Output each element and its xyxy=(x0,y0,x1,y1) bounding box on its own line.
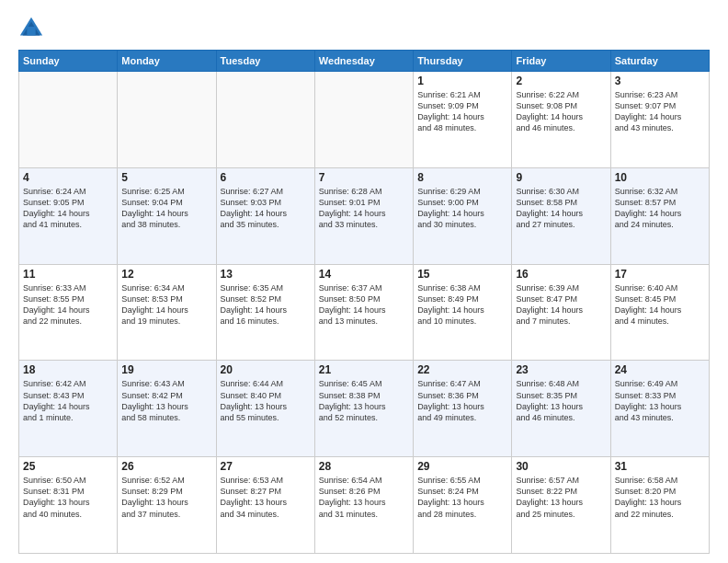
day-number: 13 xyxy=(221,268,311,281)
calendar-cell: 18Sunrise: 6:42 AM Sunset: 8:43 PM Dayli… xyxy=(19,361,118,457)
calendar-cell: 11Sunrise: 6:33 AM Sunset: 8:55 PM Dayli… xyxy=(19,264,118,361)
calendar-cell: 12Sunrise: 6:34 AM Sunset: 8:53 PM Dayli… xyxy=(118,264,216,361)
day-number: 14 xyxy=(319,268,409,281)
day-info: Sunrise: 6:44 AM Sunset: 8:40 PM Dayligh… xyxy=(221,378,311,423)
calendar-cell: 20Sunrise: 6:44 AM Sunset: 8:40 PM Dayli… xyxy=(216,361,314,457)
col-header-monday: Monday xyxy=(118,51,216,72)
col-header-saturday: Saturday xyxy=(610,51,709,72)
day-info: Sunrise: 6:22 AM Sunset: 9:08 PM Dayligh… xyxy=(516,89,606,134)
col-header-wednesday: Wednesday xyxy=(314,51,413,72)
calendar-cell: 8Sunrise: 6:29 AM Sunset: 9:00 PM Daylig… xyxy=(414,167,512,264)
day-info: Sunrise: 6:42 AM Sunset: 8:43 PM Dayligh… xyxy=(23,378,113,423)
calendar-cell: 15Sunrise: 6:38 AM Sunset: 8:49 PM Dayli… xyxy=(414,264,512,361)
col-header-tuesday: Tuesday xyxy=(216,51,314,72)
calendar-cell: 9Sunrise: 6:30 AM Sunset: 8:58 PM Daylig… xyxy=(512,167,610,264)
day-info: Sunrise: 6:55 AM Sunset: 8:24 PM Dayligh… xyxy=(417,475,507,520)
day-info: Sunrise: 6:53 AM Sunset: 8:27 PM Dayligh… xyxy=(221,475,311,520)
day-info: Sunrise: 6:34 AM Sunset: 8:53 PM Dayligh… xyxy=(121,282,211,327)
page: SundayMondayTuesdayWednesdayThursdayFrid… xyxy=(0,0,728,563)
calendar-cell: 25Sunrise: 6:50 AM Sunset: 8:31 PM Dayli… xyxy=(19,457,118,554)
day-info: Sunrise: 6:48 AM Sunset: 8:35 PM Dayligh… xyxy=(516,378,606,423)
calendar-cell: 30Sunrise: 6:57 AM Sunset: 8:22 PM Dayli… xyxy=(512,457,610,554)
day-info: Sunrise: 6:24 AM Sunset: 9:05 PM Dayligh… xyxy=(23,186,113,231)
day-number: 4 xyxy=(23,171,113,184)
calendar-cell: 27Sunrise: 6:53 AM Sunset: 8:27 PM Dayli… xyxy=(216,457,314,554)
day-number: 2 xyxy=(516,75,606,87)
day-number: 18 xyxy=(23,363,113,376)
day-info: Sunrise: 6:25 AM Sunset: 9:04 PM Dayligh… xyxy=(121,186,211,231)
day-info: Sunrise: 6:29 AM Sunset: 9:00 PM Dayligh… xyxy=(417,186,507,231)
day-number: 11 xyxy=(23,268,113,281)
logo xyxy=(18,15,48,40)
calendar-cell: 7Sunrise: 6:28 AM Sunset: 9:01 PM Daylig… xyxy=(314,167,413,264)
day-number: 19 xyxy=(121,363,211,376)
day-number: 26 xyxy=(121,460,211,473)
calendar-cell: 5Sunrise: 6:25 AM Sunset: 9:04 PM Daylig… xyxy=(118,167,216,264)
calendar-cell: 10Sunrise: 6:32 AM Sunset: 8:57 PM Dayli… xyxy=(610,167,709,264)
day-number: 7 xyxy=(319,171,409,184)
day-info: Sunrise: 6:32 AM Sunset: 8:57 PM Dayligh… xyxy=(615,186,705,231)
calendar-cell: 31Sunrise: 6:58 AM Sunset: 8:20 PM Dayli… xyxy=(610,457,709,554)
day-number: 8 xyxy=(417,171,507,184)
day-info: Sunrise: 6:47 AM Sunset: 8:36 PM Dayligh… xyxy=(417,378,507,423)
calendar-cell: 28Sunrise: 6:54 AM Sunset: 8:26 PM Dayli… xyxy=(314,457,413,554)
day-info: Sunrise: 6:58 AM Sunset: 8:20 PM Dayligh… xyxy=(615,475,705,520)
calendar-table: SundayMondayTuesdayWednesdayThursdayFrid… xyxy=(18,50,710,554)
day-number: 15 xyxy=(417,268,507,281)
day-info: Sunrise: 6:30 AM Sunset: 8:58 PM Dayligh… xyxy=(516,186,606,231)
col-header-sunday: Sunday xyxy=(19,51,118,72)
calendar-cell: 19Sunrise: 6:43 AM Sunset: 8:42 PM Dayli… xyxy=(118,361,216,457)
day-info: Sunrise: 6:35 AM Sunset: 8:52 PM Dayligh… xyxy=(221,282,311,327)
day-number: 21 xyxy=(319,363,409,376)
calendar-week-2: 11Sunrise: 6:33 AM Sunset: 8:55 PM Dayli… xyxy=(19,264,710,361)
day-number: 25 xyxy=(23,460,113,473)
day-info: Sunrise: 6:57 AM Sunset: 8:22 PM Dayligh… xyxy=(516,475,606,520)
day-info: Sunrise: 6:23 AM Sunset: 9:07 PM Dayligh… xyxy=(615,89,705,134)
calendar-cell: 26Sunrise: 6:52 AM Sunset: 8:29 PM Dayli… xyxy=(118,457,216,554)
day-info: Sunrise: 6:52 AM Sunset: 8:29 PM Dayligh… xyxy=(121,475,211,520)
day-number: 27 xyxy=(221,460,311,473)
day-number: 28 xyxy=(319,460,409,473)
col-header-thursday: Thursday xyxy=(414,51,512,72)
day-info: Sunrise: 6:28 AM Sunset: 9:01 PM Dayligh… xyxy=(319,186,409,231)
day-info: Sunrise: 6:37 AM Sunset: 8:50 PM Dayligh… xyxy=(319,282,409,327)
calendar-week-4: 25Sunrise: 6:50 AM Sunset: 8:31 PM Dayli… xyxy=(19,457,710,554)
day-number: 23 xyxy=(516,363,606,376)
calendar-cell: 22Sunrise: 6:47 AM Sunset: 8:36 PM Dayli… xyxy=(414,361,512,457)
calendar-cell: 1Sunrise: 6:21 AM Sunset: 9:09 PM Daylig… xyxy=(414,72,512,168)
day-number: 16 xyxy=(516,268,606,281)
calendar-cell: 13Sunrise: 6:35 AM Sunset: 8:52 PM Dayli… xyxy=(216,264,314,361)
calendar-week-1: 4Sunrise: 6:24 AM Sunset: 9:05 PM Daylig… xyxy=(19,167,710,264)
calendar-cell: 21Sunrise: 6:45 AM Sunset: 8:38 PM Dayli… xyxy=(314,361,413,457)
day-number: 3 xyxy=(615,75,705,87)
calendar-cell: 24Sunrise: 6:49 AM Sunset: 8:33 PM Dayli… xyxy=(610,361,709,457)
day-number: 12 xyxy=(121,268,211,281)
day-number: 5 xyxy=(121,171,211,184)
day-info: Sunrise: 6:49 AM Sunset: 8:33 PM Dayligh… xyxy=(615,378,705,423)
calendar-cell: 2Sunrise: 6:22 AM Sunset: 9:08 PM Daylig… xyxy=(512,72,610,168)
calendar-week-0: 1Sunrise: 6:21 AM Sunset: 9:09 PM Daylig… xyxy=(19,72,710,168)
calendar-cell: 4Sunrise: 6:24 AM Sunset: 9:05 PM Daylig… xyxy=(19,167,118,264)
day-info: Sunrise: 6:50 AM Sunset: 8:31 PM Dayligh… xyxy=(23,475,113,520)
calendar-header-row: SundayMondayTuesdayWednesdayThursdayFrid… xyxy=(19,51,710,72)
day-number: 22 xyxy=(417,363,507,376)
calendar-week-3: 18Sunrise: 6:42 AM Sunset: 8:43 PM Dayli… xyxy=(19,361,710,457)
calendar-cell: 16Sunrise: 6:39 AM Sunset: 8:47 PM Dayli… xyxy=(512,264,610,361)
day-number: 29 xyxy=(417,460,507,473)
day-number: 1 xyxy=(417,75,507,87)
calendar-cell xyxy=(314,72,413,168)
calendar-cell: 3Sunrise: 6:23 AM Sunset: 9:07 PM Daylig… xyxy=(610,72,709,168)
day-info: Sunrise: 6:33 AM Sunset: 8:55 PM Dayligh… xyxy=(23,282,113,327)
day-number: 10 xyxy=(615,171,705,184)
day-number: 20 xyxy=(221,363,311,376)
logo-icon xyxy=(18,15,44,40)
col-header-friday: Friday xyxy=(512,51,610,72)
calendar-cell xyxy=(19,72,118,168)
day-number: 9 xyxy=(516,171,606,184)
calendar-cell xyxy=(118,72,216,168)
day-info: Sunrise: 6:21 AM Sunset: 9:09 PM Dayligh… xyxy=(417,89,507,134)
svg-rect-2 xyxy=(27,27,35,35)
header xyxy=(18,15,710,40)
calendar-cell: 17Sunrise: 6:40 AM Sunset: 8:45 PM Dayli… xyxy=(610,264,709,361)
day-info: Sunrise: 6:43 AM Sunset: 8:42 PM Dayligh… xyxy=(121,378,211,423)
